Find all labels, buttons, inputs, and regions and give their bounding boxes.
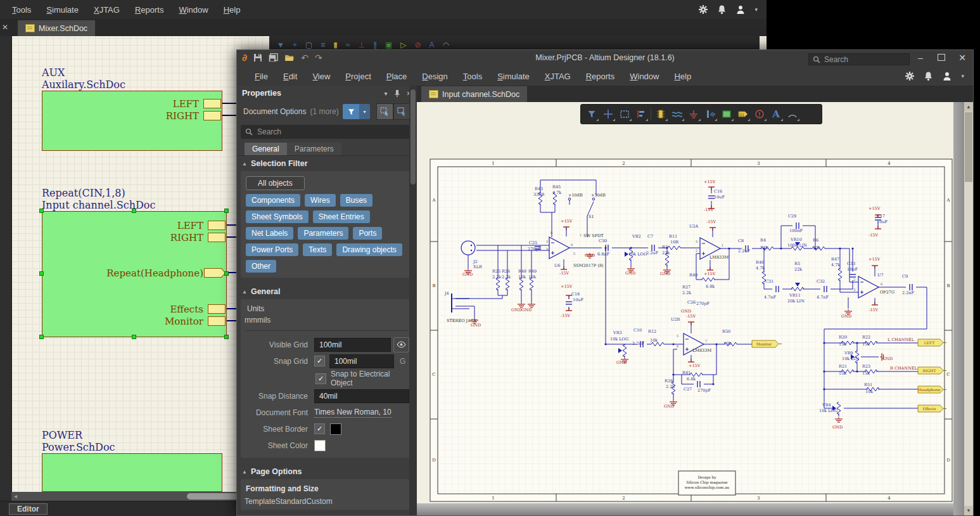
- place-sheet-symbol-icon[interactable]: ▣: [385, 41, 392, 49]
- tab-parameters[interactable]: Parameters: [287, 143, 341, 155]
- menu-item-tools[interactable]: Tools: [5, 3, 38, 17]
- selection-handle[interactable]: [132, 335, 136, 339]
- select-area-icon[interactable]: ▢: [305, 41, 312, 49]
- notifications-bell-icon[interactable]: [717, 4, 727, 15]
- user-menu-caret-icon[interactable]: ▾: [754, 6, 758, 13]
- sheet-entry-left[interactable]: [203, 99, 221, 108]
- panel-dropdown-icon[interactable]: ▾: [385, 90, 388, 97]
- selection-handle[interactable]: [132, 209, 136, 213]
- select-area-icon[interactable]: [616, 106, 633, 122]
- document-font-link[interactable]: Times New Roman, 10: [314, 408, 391, 418]
- settings-gear-icon[interactable]: [698, 4, 708, 15]
- menu-item-place[interactable]: Place: [379, 69, 414, 84]
- place-bus-entry-icon[interactable]: ∥: [373, 41, 377, 49]
- selection-handle[interactable]: [39, 271, 44, 276]
- menu-item-simulate[interactable]: Simulate: [39, 3, 86, 17]
- filter-button-texts[interactable]: Texts: [303, 243, 332, 256]
- move-cursor-icon[interactable]: [600, 106, 616, 122]
- filter-button-other[interactable]: Other: [246, 260, 276, 273]
- place-text-icon[interactable]: A: [768, 106, 784, 122]
- format-option-standard[interactable]: Standard: [276, 497, 307, 506]
- section-page-options[interactable]: ▲ Page Options: [237, 464, 417, 479]
- scrollbar-thumb[interactable]: [187, 493, 239, 500]
- menu-item-help[interactable]: Help: [217, 3, 248, 17]
- document-tab-mixer[interactable]: Mixer.SchDoc: [18, 20, 95, 36]
- selection-handle[interactable]: [39, 335, 44, 339]
- filter-button-power-ports[interactable]: Power Ports: [246, 243, 298, 256]
- menu-item-window[interactable]: Window: [172, 3, 215, 17]
- menu-item-tools[interactable]: Tools: [456, 69, 489, 84]
- select-overlap-button[interactable]: [376, 103, 393, 120]
- panel-search-input[interactable]: Search: [241, 125, 413, 139]
- menu-item-project[interactable]: Project: [338, 69, 378, 84]
- panel-scrollbar[interactable]: [409, 86, 417, 515]
- align-icon[interactable]: [633, 106, 649, 122]
- menu-item-help[interactable]: Help: [667, 69, 698, 84]
- move-icon[interactable]: +: [293, 41, 297, 49]
- menu-item-reports[interactable]: Reports: [579, 69, 622, 84]
- filter-button-sheet-symbols[interactable]: Sheet Symbols: [246, 210, 309, 223]
- select-inside-button[interactable]: [393, 103, 410, 120]
- place-sheet-symbol-icon[interactable]: [718, 106, 735, 122]
- close-panel-icon[interactable]: ✕: [2, 23, 8, 32]
- sheet-entry-right[interactable]: [203, 111, 221, 120]
- tab-general[interactable]: General: [245, 143, 287, 155]
- snap-grid-checkbox[interactable]: ✓: [314, 356, 325, 366]
- vertical-scrollbar[interactable]: ▲ ▼: [964, 102, 973, 515]
- menu-item-xjtag[interactable]: XJTAG: [538, 69, 578, 84]
- filter-button-net-labels[interactable]: Net Labels: [246, 227, 293, 240]
- snap-electrical-checkbox[interactable]: ✓: [315, 373, 326, 384]
- sheet-border-checkbox[interactable]: ✓: [314, 423, 325, 434]
- schematic-canvas[interactable]: 11223344AABBCCDDLEFTRIGHTHeadphoneEffect…: [417, 102, 973, 515]
- visible-grid-input[interactable]: 100mil: [314, 338, 391, 352]
- scroll-up-icon[interactable]: ▲: [964, 102, 973, 112]
- place-directive-icon[interactable]: [751, 106, 768, 122]
- filter-button-drawing-objects[interactable]: Drawing objects: [336, 243, 402, 256]
- scroll-down-icon[interactable]: ▼: [964, 506, 973, 515]
- sheet-entry-left[interactable]: [208, 221, 226, 230]
- visible-grid-toggle-button[interactable]: [393, 337, 409, 352]
- format-option-custom[interactable]: Custom: [306, 497, 332, 506]
- sheet-entry-repeat-headphone-[interactable]: [204, 268, 226, 278]
- minimize-button[interactable]: –: [911, 50, 930, 65]
- place-arc-icon[interactable]: ◠: [443, 41, 449, 49]
- place-arc-icon[interactable]: [784, 106, 801, 122]
- scrollbar-thumb[interactable]: [965, 112, 972, 182]
- title-bar[interactable]: ∂ ↶ ↷ Mixer.PrjPCB - Altium Designer (18…: [237, 50, 973, 67]
- user-avatar-icon[interactable]: [735, 4, 746, 15]
- selection-handle[interactable]: [224, 271, 229, 276]
- filter-icon[interactable]: [583, 106, 600, 122]
- sheet-entry-right[interactable]: [208, 233, 226, 242]
- place-text-icon[interactable]: A: [430, 41, 435, 49]
- filter-dropdown-icon[interactable]: ▾: [359, 104, 370, 119]
- sheet-symbol-repeat-cin-1-8-[interactable]: LEFTRIGHTRepeat(Headphone)EffectsMonitor: [42, 211, 227, 337]
- menu-item-simulate[interactable]: Simulate: [490, 69, 537, 84]
- sheet-symbol-aux[interactable]: LEFTRIGHT: [42, 91, 222, 151]
- scroll-left-icon[interactable]: ◂: [14, 492, 17, 501]
- place-wire-icon[interactable]: ≈: [346, 41, 350, 49]
- pin-icon[interactable]: [394, 89, 400, 97]
- align-icon[interactable]: ≡: [321, 41, 325, 49]
- place-port-icon[interactable]: ▷: [400, 41, 406, 49]
- filter-all-objects-button[interactable]: All objects: [246, 176, 305, 190]
- place-part-icon[interactable]: [652, 106, 669, 122]
- snap-distance-input[interactable]: 40mil: [314, 389, 409, 403]
- editor-button[interactable]: Editor: [9, 503, 48, 515]
- menu-item-reports[interactable]: Reports: [128, 3, 171, 17]
- place-power-port-icon[interactable]: [685, 106, 702, 122]
- settings-gear-icon[interactable]: [905, 71, 915, 81]
- place-power-port-icon[interactable]: ⊥: [358, 41, 364, 49]
- format-option-template[interactable]: Template: [245, 497, 276, 506]
- snap-grid-input[interactable]: 100mil: [329, 354, 394, 368]
- user-menu-caret-icon[interactable]: ▾: [961, 73, 964, 79]
- filter-icon[interactable]: ▼: [277, 41, 284, 49]
- filter-button-sheet-entries[interactable]: Sheet Entries: [313, 210, 370, 223]
- place-wire-icon[interactable]: [669, 106, 685, 122]
- section-selection-filter[interactable]: ▲ Selection Filter: [237, 156, 417, 171]
- global-search-input[interactable]: Search: [808, 53, 910, 65]
- units-option-mils[interactable]: mils: [257, 316, 270, 325]
- menu-item-file[interactable]: File: [248, 69, 275, 84]
- sheet-color-swatch[interactable]: [314, 440, 326, 451]
- filter-button-ports[interactable]: Ports: [353, 227, 382, 240]
- sheet-border-color-swatch[interactable]: [330, 423, 341, 435]
